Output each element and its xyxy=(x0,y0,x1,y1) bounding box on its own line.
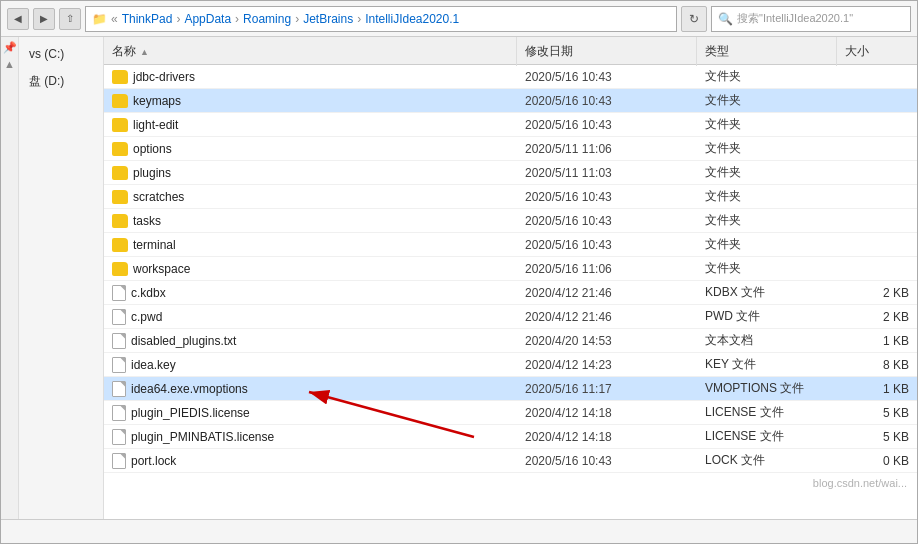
table-row[interactable]: plugin_PIEDIS.license2020/4/12 14:18LICE… xyxy=(104,401,917,425)
table-row[interactable]: port.lock2020/5/16 10:43LOCK 文件0 KB xyxy=(104,449,917,473)
breadcrumb-icon: 📁 xyxy=(92,12,107,26)
table-row[interactable]: c.pwd2020/4/12 21:46PWD 文件2 KB xyxy=(104,305,917,329)
file-type-cell: 文本文档 xyxy=(697,332,837,349)
breadcrumb-appdata[interactable]: AppData xyxy=(184,12,231,26)
table-row[interactable]: plugin_PMINBATIS.license2020/4/12 14:18L… xyxy=(104,425,917,449)
file-name-cell: idea64.exe.vmoptions xyxy=(104,381,517,397)
sort-arrow-name: ▲ xyxy=(140,47,149,57)
file-name-text: jdbc-drivers xyxy=(133,70,195,84)
col-modified[interactable]: 修改日期 xyxy=(517,37,697,66)
table-row[interactable]: idea64.exe.vmoptions2020/5/16 11:17VMOPT… xyxy=(104,377,917,401)
search-icon: 🔍 xyxy=(718,12,733,26)
table-row[interactable]: light-edit2020/5/16 10:43文件夹 xyxy=(104,113,917,137)
file-date-cell: 2020/5/16 10:43 xyxy=(517,238,697,252)
breadcrumb-jetbrains[interactable]: JetBrains xyxy=(303,12,353,26)
file-date-cell: 2020/4/12 14:18 xyxy=(517,406,697,420)
file-icon xyxy=(112,453,126,469)
file-icon xyxy=(112,429,126,445)
file-type-cell: 文件夹 xyxy=(697,260,837,277)
file-name-cell: plugin_PMINBATIS.license xyxy=(104,429,517,445)
table-row[interactable]: scratches2020/5/16 10:43文件夹 xyxy=(104,185,917,209)
breadcrumb-roaming[interactable]: Roaming xyxy=(243,12,291,26)
breadcrumb-idea[interactable]: IntelliJIdea2020.1 xyxy=(365,12,459,26)
breadcrumb-thinkpad[interactable]: ThinkPad xyxy=(122,12,173,26)
file-size-cell: 1 KB xyxy=(837,334,917,348)
table-row[interactable]: tasks2020/5/16 10:43文件夹 xyxy=(104,209,917,233)
file-size-cell: 2 KB xyxy=(837,286,917,300)
file-name-cell: keymaps xyxy=(104,94,517,108)
file-area-wrapper: 名称 ▲ 修改日期 类型 大小 jdbc-drivers2020/5/16 1 xyxy=(104,37,917,519)
main-area: 📌 ▲ vs (C:) 盘 (D:) 名称 ▲ 修改日期 xyxy=(1,37,917,519)
table-row[interactable]: terminal2020/5/16 10:43文件夹 xyxy=(104,233,917,257)
table-row[interactable]: options2020/5/11 11:06文件夹 xyxy=(104,137,917,161)
table-row[interactable]: keymaps2020/5/16 10:43文件夹 xyxy=(104,89,917,113)
address-bar: ◀ ▶ ⇧ 📁 « ThinkPad › AppData › Roaming ›… xyxy=(1,1,917,37)
file-name-cell: c.kdbx xyxy=(104,285,517,301)
sidebar-item-c[interactable]: vs (C:) xyxy=(19,41,103,67)
search-placeholder-text: 搜索"IntelliJIdea2020.1" xyxy=(737,11,853,26)
file-type-cell: LICENSE 文件 xyxy=(697,428,837,445)
sidebar: vs (C:) 盘 (D:) xyxy=(19,37,104,519)
breadcrumb[interactable]: 📁 « ThinkPad › AppData › Roaming › JetBr… xyxy=(85,6,677,32)
file-date-cell: 2020/4/12 21:46 xyxy=(517,286,697,300)
file-name-cell: plugins xyxy=(104,166,517,180)
file-name-text: port.lock xyxy=(131,454,176,468)
file-type-cell: LOCK 文件 xyxy=(697,452,837,469)
back-button[interactable]: ◀ xyxy=(7,8,29,30)
file-date-cell: 2020/4/12 14:23 xyxy=(517,358,697,372)
table-row[interactable]: c.kdbx2020/4/12 21:46KDBX 文件2 KB xyxy=(104,281,917,305)
file-icon xyxy=(112,405,126,421)
file-name-text: tasks xyxy=(133,214,161,228)
file-date-cell: 2020/5/16 10:43 xyxy=(517,190,697,204)
file-name-text: light-edit xyxy=(133,118,178,132)
file-icon xyxy=(112,357,126,373)
file-icon xyxy=(112,309,126,325)
file-name-cell: terminal xyxy=(104,238,517,252)
table-row[interactable]: plugins2020/5/11 11:03文件夹 xyxy=(104,161,917,185)
search-box[interactable]: 🔍 搜索"IntelliJIdea2020.1" xyxy=(711,6,911,32)
file-explorer-window: ◀ ▶ ⇧ 📁 « ThinkPad › AppData › Roaming ›… xyxy=(0,0,918,544)
file-size-cell: 0 KB xyxy=(837,454,917,468)
col-size[interactable]: 大小 xyxy=(837,37,917,66)
folder-icon xyxy=(112,262,128,276)
table-row[interactable]: idea.key2020/4/12 14:23KEY 文件8 KB xyxy=(104,353,917,377)
table-row[interactable]: workspace2020/5/16 11:06文件夹 xyxy=(104,257,917,281)
file-name-cell: c.pwd xyxy=(104,309,517,325)
table-row[interactable]: disabled_plugins.txt2020/4/20 14:53文本文档1… xyxy=(104,329,917,353)
file-type-cell: 文件夹 xyxy=(697,68,837,85)
file-date-cell: 2020/5/16 10:43 xyxy=(517,454,697,468)
up-button[interactable]: ⇧ xyxy=(59,8,81,30)
col-type[interactable]: 类型 xyxy=(697,37,837,66)
forward-button[interactable]: ▶ xyxy=(33,8,55,30)
file-type-cell: 文件夹 xyxy=(697,140,837,157)
expand-icon[interactable]: ▲ xyxy=(4,58,15,70)
file-date-cell: 2020/4/12 21:46 xyxy=(517,310,697,324)
sidebar-item-d[interactable]: 盘 (D:) xyxy=(19,67,103,96)
file-date-cell: 2020/5/16 11:17 xyxy=(517,382,697,396)
file-name-text: keymaps xyxy=(133,94,181,108)
file-name-cell: port.lock xyxy=(104,453,517,469)
file-list: jdbc-drivers2020/5/16 10:43文件夹keymaps202… xyxy=(104,65,917,519)
folder-icon xyxy=(112,118,128,132)
file-icon xyxy=(112,333,126,349)
file-date-cell: 2020/5/11 11:03 xyxy=(517,166,697,180)
col-name[interactable]: 名称 ▲ xyxy=(104,37,517,66)
file-date-cell: 2020/5/16 11:06 xyxy=(517,262,697,276)
folder-icon xyxy=(112,166,128,180)
refresh-button[interactable]: ↻ xyxy=(681,6,707,32)
file-size-cell: 2 KB xyxy=(837,310,917,324)
file-name-text: plugins xyxy=(133,166,171,180)
file-name-text: options xyxy=(133,142,172,156)
file-icon xyxy=(112,381,126,397)
file-date-cell: 2020/4/12 14:18 xyxy=(517,430,697,444)
column-headers: 名称 ▲ 修改日期 类型 大小 xyxy=(104,37,917,65)
pin-area: 📌 ▲ xyxy=(1,37,19,519)
file-type-cell: 文件夹 xyxy=(697,116,837,133)
file-name-cell: light-edit xyxy=(104,118,517,132)
file-name-text: disabled_plugins.txt xyxy=(131,334,236,348)
file-name-cell: workspace xyxy=(104,262,517,276)
file-name-text: c.pwd xyxy=(131,310,162,324)
file-size-cell: 1 KB xyxy=(837,382,917,396)
table-row[interactable]: jdbc-drivers2020/5/16 10:43文件夹 xyxy=(104,65,917,89)
pin-icon[interactable]: 📌 xyxy=(3,41,17,54)
